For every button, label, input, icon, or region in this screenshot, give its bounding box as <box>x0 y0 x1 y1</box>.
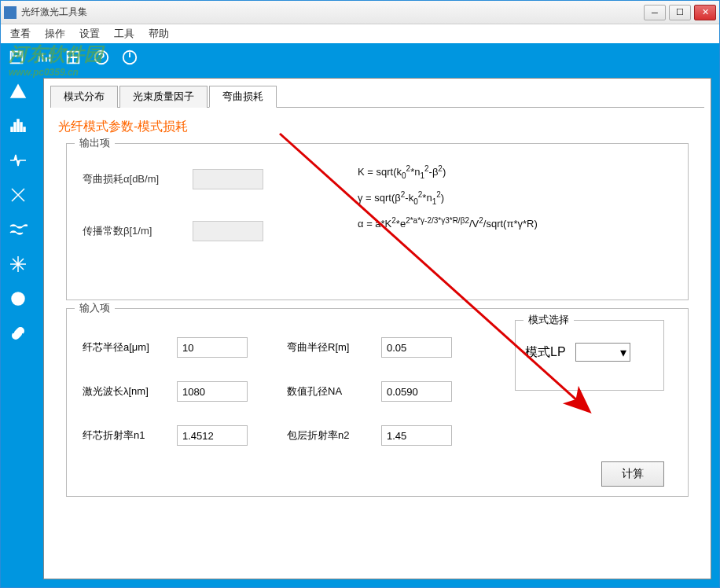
side-waves-icon[interactable] <box>6 218 30 241</box>
output-group: 输出项 弯曲损耗α[dB/m] 传播常数β[1/m] K = sqrt(k02*… <box>66 143 689 300</box>
side-triangle-icon[interactable] <box>6 79 30 103</box>
tool-help-icon[interactable] <box>90 46 112 68</box>
tab-bend-loss[interactable]: 弯曲损耗 <box>209 86 277 108</box>
na-input[interactable] <box>381 381 452 402</box>
wavelength-input[interactable] <box>177 381 248 402</box>
wavelength-label: 激光波长λ[nm] <box>83 384 177 399</box>
section-title: 光纤模式参数-模式损耗 <box>58 119 704 135</box>
na-label: 数值孔径NA <box>287 384 381 399</box>
output-group-label: 输出项 <box>75 136 115 150</box>
input-group: 输入项 纤芯半径a[μm] 弯曲半径R[m] 激光波长λ[nm] 数值孔径NA … <box>66 308 689 497</box>
tool-save-icon[interactable] <box>6 46 28 68</box>
menu-view[interactable]: 查看 <box>4 25 37 42</box>
minimize-button[interactable]: ─ <box>644 5 666 20</box>
core-radius-input[interactable] <box>177 337 248 358</box>
formula-alpha: α = a*K2*e2*a*γ-2/3*γ3*R/β2/V2/sqrt(π*γ*… <box>358 211 538 237</box>
window-title: 光纤激光工具集 <box>21 6 644 19</box>
side-pulse-icon[interactable] <box>6 149 30 172</box>
side-spectrum-icon[interactable] <box>6 114 30 138</box>
calculate-button[interactable]: 计算 <box>601 461 664 487</box>
formula-gamma: γ = sqrt(β2-k02*n12) <box>358 186 538 211</box>
bend-loss-output <box>193 169 263 189</box>
app-window: 光纤激光工具集 ─ ☐ ✕ 查看 操作 设置 工具 帮助 河东软件园 www.p… <box>0 0 720 588</box>
tool-grid-icon[interactable] <box>62 46 84 68</box>
side-arrows-icon[interactable] <box>6 252 30 276</box>
tool-power-icon[interactable] <box>119 46 141 68</box>
core-radius-label: 纤芯半径a[μm] <box>83 340 177 355</box>
menu-settings[interactable]: 设置 <box>73 25 106 42</box>
tab-mode-distribution[interactable]: 模式分布 <box>50 86 118 108</box>
side-link-icon[interactable] <box>6 322 30 345</box>
tabbar: 模式分布 光束质量因子 弯曲损耗 <box>50 85 704 108</box>
side-cross-icon[interactable] <box>6 183 30 207</box>
menu-help[interactable]: 帮助 <box>142 25 175 42</box>
clad-index-input[interactable] <box>381 425 452 446</box>
svg-rect-1 <box>13 52 20 57</box>
menubar: 查看 操作 设置 工具 帮助 <box>1 24 719 43</box>
mode-lp-label: 模式LP <box>525 344 566 361</box>
formulas: K = sqrt(k02*n12-β2) γ = sqrt(β2-k02*n12… <box>358 160 538 236</box>
bend-loss-label: 弯曲损耗α[dB/m] <box>83 172 177 186</box>
prop-const-output <box>193 221 263 241</box>
titlebar: 光纤激光工具集 ─ ☐ ✕ <box>1 1 719 24</box>
toolbar <box>1 43 719 72</box>
app-icon <box>4 6 17 19</box>
menu-tools[interactable]: 工具 <box>108 25 141 42</box>
maximize-button[interactable]: ☐ <box>669 5 691 20</box>
svg-point-6 <box>16 296 20 301</box>
core-index-label: 纤芯折射率n1 <box>83 428 177 443</box>
main-panel: 模式分布 光束质量因子 弯曲损耗 光纤模式参数-模式损耗 输出项 弯曲损耗α[d… <box>43 78 711 579</box>
close-button[interactable]: ✕ <box>694 5 716 20</box>
mode-lp-select[interactable]: ▾ <box>575 343 630 362</box>
tab-beam-quality[interactable]: 光束质量因子 <box>119 86 208 108</box>
menu-operate[interactable]: 操作 <box>39 25 72 42</box>
chevron-down-icon: ▾ <box>620 345 626 360</box>
clad-index-label: 包层折射率n2 <box>287 428 381 443</box>
mode-group-label: 模式选择 <box>523 313 574 327</box>
bend-radius-input[interactable] <box>381 337 452 358</box>
input-group-label: 输入项 <box>75 301 115 315</box>
prop-const-label: 传播常数β[1/m] <box>83 224 177 238</box>
bend-radius-label: 弯曲半径R[m] <box>287 340 381 355</box>
side-target-icon[interactable] <box>6 287 30 311</box>
tool-bars-icon[interactable] <box>34 46 56 68</box>
core-index-input[interactable] <box>177 425 248 446</box>
formula-K: K = sqrt(k02*n12-β2) <box>358 160 538 186</box>
sidebar <box>1 72 35 587</box>
mode-select-group: 模式选择 模式LP ▾ <box>515 320 664 391</box>
